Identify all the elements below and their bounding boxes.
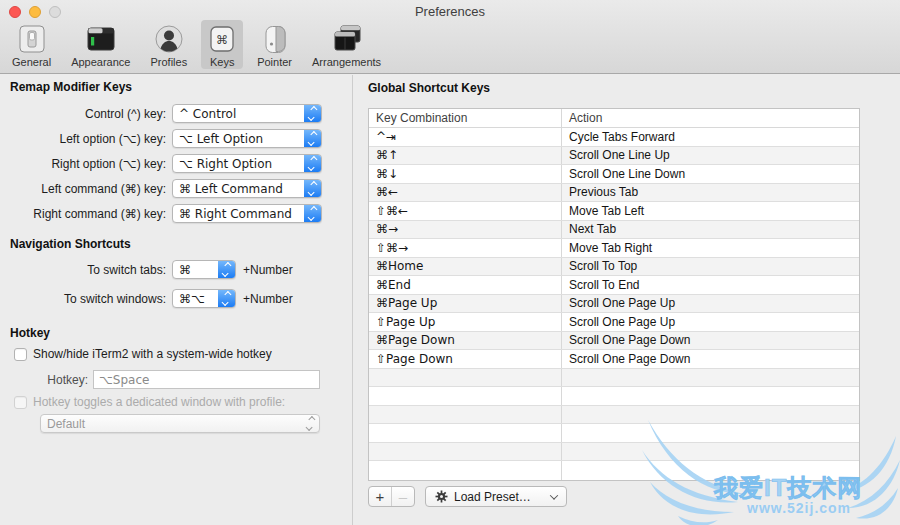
key-combination-cell [369,406,562,424]
add-remove-segment: + – [368,486,415,507]
remap-select-1-value: ⌥ Left Option [173,130,304,147]
left-settings-panel: Remap Modifier Keys Control (^) key:^ Co… [0,75,352,525]
key-combination-cell: ⇧⌘→ [369,239,562,257]
navigation-select-0[interactable]: ⌘ [172,260,236,279]
action-cell: Next Tab [562,222,859,236]
remap-row: Control (^) key:^ Control [10,104,342,123]
toolbar-item-general[interactable]: General [6,20,57,69]
key-combination-cell: ⌘→ [369,221,562,239]
key-combination-cell: ⇧Page Down [369,350,562,368]
shortcut-table-controls: + – Load Preset… [368,486,567,507]
show-hide-hotkey-label: Show/hide iTerm2 with a system-wide hotk… [33,347,272,361]
navigation-row-label: To switch windows: [10,292,166,306]
key-combination-cell: ⌘↑ [369,147,562,165]
shortcut-table-row[interactable]: ⇧⌘←Move Tab Left [369,202,859,221]
remap-select-0-value: ^ Control [173,105,304,122]
shortcut-table-row[interactable]: ⌘→Next Tab [369,221,859,240]
remap-row-label: Right option (⌥) key: [10,157,166,171]
shortcut-table-row[interactable]: ⇧Page DownScroll One Page Down [369,350,859,369]
remap-row: Right command (⌘) key:⌘ Right Command [10,204,342,223]
remap-select-2[interactable]: ⌥ Right Option [172,154,322,173]
general-icon [17,23,47,55]
shortcut-table-row[interactable]: ⌘←Previous Tab [369,184,859,203]
chevron-updown-icon [304,130,321,147]
toolbar-item-profiles[interactable]: Profiles [144,20,193,69]
shortcut-table-row[interactable]: ⌘EndScroll To End [369,276,859,295]
remap-section-title: Remap Modifier Keys [10,80,342,95]
hotkey-field-label: Hotkey: [40,373,88,387]
key-combination-cell: ⌘Page Up [369,295,562,313]
toolbar-item-pointer[interactable]: Pointer [251,20,298,69]
shortcut-table-row[interactable]: ^⇥Cycle Tabs Forward [369,128,859,147]
chevron-updown-icon [302,415,319,432]
gear-icon [435,490,448,503]
shortcut-table-row[interactable]: ⌘Page DownScroll One Page Down [369,332,859,351]
navigation-row: To switch tabs:⌘+Number [10,260,342,279]
toolbar-item-arrangements[interactable]: Arrangements [306,20,387,69]
chevron-updown-icon [218,261,235,278]
show-hide-hotkey-row: Show/hide iTerm2 with a system-wide hotk… [14,347,342,361]
action-cell: Scroll To End [562,278,859,292]
remap-select-4[interactable]: ⌘ Right Command [172,204,322,223]
shortcut-table-header: Key Combination Action [369,109,859,128]
add-shortcut-button[interactable]: + [369,487,392,506]
remap-select-3[interactable]: ⌘ Left Command [172,179,322,198]
remap-select-3-value: ⌘ Left Command [173,180,304,197]
action-cell: Scroll One Page Up [562,315,859,329]
shortcut-table-row[interactable]: ⌘↑Scroll One Line Up [369,147,859,166]
shortcut-table-row[interactable]: ⌘↓Scroll One Line Down [369,165,859,184]
remap-select-2-value: ⌥ Right Option [173,155,304,172]
shortcut-table-row[interactable]: ⇧Page UpScroll One Page Up [369,313,859,332]
key-combination-cell [369,387,562,405]
column-header-key-combination[interactable]: Key Combination [369,109,562,127]
toolbar-item-label: Keys [210,56,234,68]
shortcut-table-row[interactable]: ⌘Page UpScroll One Page Up [369,295,859,314]
remap-row: Right option (⌥) key:⌥ Right Option [10,154,342,173]
toolbar-item-label: General [12,56,51,68]
remap-row-label: Right command (⌘) key: [10,207,166,221]
navigation-suffix: +Number [243,292,293,306]
toolbar-item-appearance[interactable]: Appearance [65,20,136,69]
navigation-select-1-value: ⌘⌥ [173,290,218,307]
profiles-icon [154,23,184,55]
navigation-select-1[interactable]: ⌘⌥ [172,289,236,308]
navigation-row-label: To switch tabs: [10,263,166,277]
toolbar-item-label: Pointer [257,56,292,68]
key-combination-cell: ⌘Home [369,258,562,276]
shortcut-table-row[interactable]: ⌘HomeScroll To Top [369,258,859,277]
svg-text:⌘: ⌘ [216,33,228,47]
shortcut-table-empty-row [369,369,859,388]
remap-row: Left command (⌘) key:⌘ Left Command [10,179,342,198]
action-cell: Cycle Tabs Forward [562,130,859,144]
shortcut-table-body: ^⇥Cycle Tabs Forward⌘↑Scroll One Line Up… [369,128,859,480]
shortcut-table: Key Combination Action ^⇥Cycle Tabs Forw… [368,108,860,481]
appearance-icon [85,23,117,55]
global-shortcuts-title: Global Shortcut Keys [368,81,490,96]
action-cell: Move Tab Left [562,204,859,218]
remap-select-0[interactable]: ^ Control [172,104,322,123]
hotkey-field-row: Hotkey: ⌥Space [40,370,342,389]
chevron-updown-icon [304,205,321,222]
load-preset-button[interactable]: Load Preset… [425,486,567,507]
global-shortcuts-panel: Global Shortcut Keys Key Combination Act… [353,75,900,525]
remap-select-1[interactable]: ⌥ Left Option [172,129,322,148]
dedicated-window-checkbox [14,396,27,409]
show-hide-hotkey-checkbox[interactable] [14,348,27,361]
key-combination-cell: ⌘↓ [369,165,562,183]
shortcut-table-row[interactable]: ⇧⌘→Move Tab Right [369,239,859,258]
hotkey-input[interactable]: ⌥Space [93,370,320,389]
toolbar-item-keys[interactable]: ⌘Keys [201,20,243,69]
action-cell: Scroll To Top [562,259,859,273]
chevron-down-icon [549,491,557,499]
column-header-action[interactable]: Action [562,111,859,125]
key-combination-cell: ⇧Page Up [369,313,562,331]
dedicated-window-row: Hotkey toggles a dedicated window with p… [14,395,342,409]
action-cell: Scroll One Page Down [562,352,859,366]
pointer-icon [260,23,290,55]
remap-row: Left option (⌥) key:⌥ Left Option [10,129,342,148]
action-cell: Scroll One Page Down [562,333,859,347]
chevron-updown-icon [304,105,321,122]
remap-row-label: Left option (⌥) key: [10,132,166,146]
remap-select-4-value: ⌘ Right Command [173,205,304,222]
navigation-section-title: Navigation Shortcuts [10,237,342,252]
